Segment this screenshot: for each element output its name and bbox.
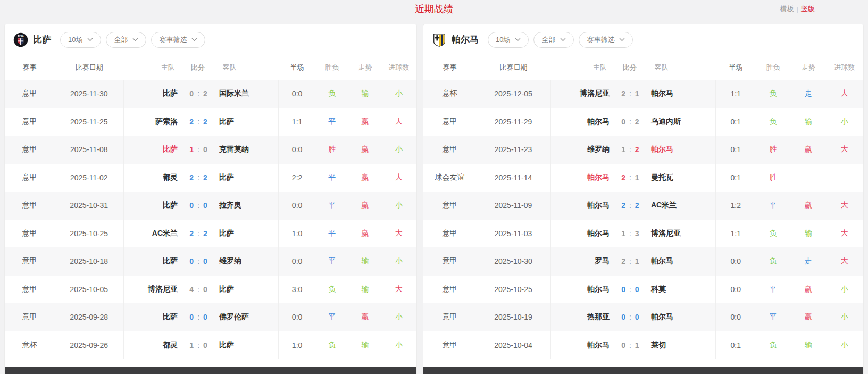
filter-event-dropdown[interactable]: 赛事筛选	[579, 32, 633, 48]
match-row[interactable]: 意甲 2025-10-05 博洛尼亚 4:0 比萨 3:0 负 输 大	[5, 276, 416, 304]
match-row[interactable]: 意甲 2025-11-03 帕尔马 1:3 博洛尼亚 1:1 负 输 大	[423, 220, 863, 248]
cell-date: 2025-11-03	[476, 220, 551, 248]
cell-result: 负	[755, 220, 790, 248]
cell-score: 0:1	[610, 331, 651, 360]
cell-away-team: 曼托瓦	[651, 164, 716, 192]
match-row[interactable]: 意甲 2025-11-29 帕尔马 0:2 乌迪内斯 0:1 负 输 小	[423, 108, 863, 136]
filter-scope-dropdown[interactable]: 全部	[533, 32, 574, 48]
cell-score: 0:0	[610, 276, 651, 304]
cell-away-team: 比萨	[219, 220, 279, 248]
match-row[interactable]: 球会友谊 2025-11-14 帕尔马 2:1 曼托瓦 0:1 胜	[423, 164, 863, 192]
match-row[interactable]: 意甲 2025-10-31 比萨 0:0 拉齐奥 0:0 平 赢 小	[5, 192, 416, 220]
cell-away-team: 比萨	[219, 164, 279, 192]
cell-score: 1:0	[178, 331, 219, 360]
match-row[interactable]: 意甲 2025-11-02 都灵 2:2 比萨 2:2 平 赢 大	[5, 164, 416, 192]
cell-date: 2025-10-04	[476, 331, 551, 360]
cell-halftime: 0:0	[716, 276, 755, 304]
filter-count-dropdown[interactable]: 10场	[60, 32, 101, 48]
match-row[interactable]: 意甲 2025-11-09 帕尔马 2:2 AC米兰 1:2 平 赢 大	[423, 192, 863, 220]
cell-league: 意甲	[5, 108, 54, 136]
cell-league: 意甲	[5, 136, 54, 164]
cell-home-team: 帕尔马	[551, 331, 610, 360]
cell-date: 2025-11-29	[476, 108, 551, 136]
match-row[interactable]: 意甲 2025-11-08 比萨 1:0 克雷莫纳 0:0 胜 赢 小	[5, 136, 416, 164]
cell-home-team: 博洛尼亚	[551, 80, 610, 108]
filter-count-dropdown[interactable]: 10场	[488, 32, 529, 48]
cell-away-team: 维罗纳	[219, 247, 279, 276]
cell-goals: 大	[826, 192, 863, 220]
cell-trend: 赢	[791, 276, 826, 304]
cell-goals: 小	[826, 276, 863, 304]
parma-crest-icon	[432, 32, 447, 47]
match-row[interactable]: 意甲 2025-10-30 罗马 2:1 帕尔马 0:0 负 走 大	[423, 247, 863, 276]
view-toggle: 横板 | 竖版	[780, 4, 815, 14]
cell-result: 负	[755, 108, 790, 136]
match-row[interactable]: 意甲 2025-10-04 帕尔马 0:1 莱切 0:1 负 输 小	[423, 331, 863, 360]
toggle-horizontal[interactable]: 横板	[780, 4, 794, 14]
cell-trend: 赢	[348, 303, 381, 331]
cell-result: 平	[315, 220, 348, 248]
cell-goals: 大	[826, 220, 863, 248]
cell-trend: 输	[348, 247, 381, 276]
col-header-date: 比赛日期	[476, 55, 551, 80]
cell-away-team: 帕尔马	[651, 247, 716, 276]
cell-date: 2025-10-05	[54, 276, 124, 304]
match-row[interactable]: 意甲 2025-09-28 比萨 0:0 佛罗伦萨 0:0 平 赢 小	[5, 303, 416, 331]
filter-scope-dropdown[interactable]: 全部	[106, 32, 146, 48]
match-row[interactable]: 意甲 2025-11-25 萨索洛 2:2 比萨 1:1 平 赢 大	[5, 108, 416, 136]
cell-date: 2025-11-08	[54, 136, 124, 164]
cell-goals: 大	[381, 108, 416, 136]
table-header: 赛事 比赛日期 主队 比分 客队 半场 胜负 走势 进球数	[5, 55, 416, 80]
cell-away-team: 比萨	[219, 276, 279, 304]
cell-league: 意甲	[5, 80, 54, 108]
cell-away-team: 拉齐奥	[219, 192, 279, 220]
chevron-down-icon	[515, 38, 521, 41]
cell-goals: 小	[826, 331, 863, 360]
cell-date: 2025-10-25	[54, 220, 124, 248]
cell-trend: 赢	[791, 192, 826, 220]
toggle-vertical[interactable]: 竖版	[801, 4, 815, 14]
match-row[interactable]: 意甲 2025-11-30 比萨 0:2 国际米兰 0:0 负 输 小	[5, 80, 416, 108]
match-row[interactable]: 意甲 2025-10-18 比萨 0:0 维罗纳 0:0 平 输 小	[5, 247, 416, 276]
cell-halftime: 0:1	[716, 331, 755, 360]
cell-score: 1:0	[178, 136, 219, 164]
cell-result: 平	[315, 303, 348, 331]
cell-league: 意甲	[5, 303, 54, 331]
cell-away-team: 比萨	[219, 331, 279, 360]
cell-home-team: 帕尔马	[551, 108, 610, 136]
cell-trend: 输	[791, 220, 826, 248]
cell-league: 意杯	[423, 80, 476, 108]
cell-score: 0:2	[178, 80, 219, 108]
chevron-down-icon	[132, 38, 138, 41]
filter-scope-label: 全部	[541, 35, 555, 45]
cell-goals: 大	[826, 247, 863, 276]
cell-league: 球会友谊	[423, 164, 476, 192]
cell-score: 2:1	[610, 164, 651, 192]
col-header-goals: 进球数	[381, 55, 416, 80]
match-row[interactable]: 意甲 2025-11-23 维罗纳 1:2 帕尔马 0:1 胜 赢 大	[423, 136, 863, 164]
cell-goals: 大	[381, 164, 416, 192]
match-row[interactable]: 意甲 2025-10-25 帕尔马 0:0 科莫 0:0 平 赢 小	[423, 276, 863, 304]
cell-result: 胜	[755, 164, 790, 192]
match-row[interactable]: 意甲 2025-10-19 热那亚 0:0 帕尔马 0:0 平 赢 小	[423, 303, 863, 331]
cell-away-team: 莱切	[651, 331, 716, 360]
cell-score: 2:2	[610, 192, 651, 220]
filter-event-label: 赛事筛选	[159, 35, 187, 45]
match-row[interactable]: 意杯 2025-12-05 博洛尼亚 2:1 帕尔马 1:1 负 走 大	[423, 80, 863, 108]
cell-trend: 输	[348, 80, 381, 108]
cell-date: 2025-09-26	[54, 331, 124, 360]
panel-parma-header: 帕尔马 10场 全部 赛事筛选	[423, 24, 863, 55]
cell-trend: 输	[791, 331, 826, 360]
cell-league: 意杯	[5, 331, 54, 360]
match-row[interactable]: 意杯 2025-09-26 都灵 1:0 比萨 1:0 负 输 小	[5, 331, 416, 360]
cell-league: 意甲	[423, 192, 476, 220]
cell-away-team: 佛罗伦萨	[219, 303, 279, 331]
cell-trend: 赢	[791, 303, 826, 331]
col-header-league: 赛事	[5, 55, 54, 80]
filter-event-dropdown[interactable]: 赛事筛选	[151, 32, 205, 48]
match-row[interactable]: 意甲 2025-10-25 AC米兰 2:2 比萨 1:0 平 赢 大	[5, 220, 416, 248]
cell-trend	[791, 164, 826, 192]
cell-goals: 大	[826, 80, 863, 108]
cell-halftime: 1:1	[716, 80, 755, 108]
cell-goals: 小	[381, 303, 416, 331]
